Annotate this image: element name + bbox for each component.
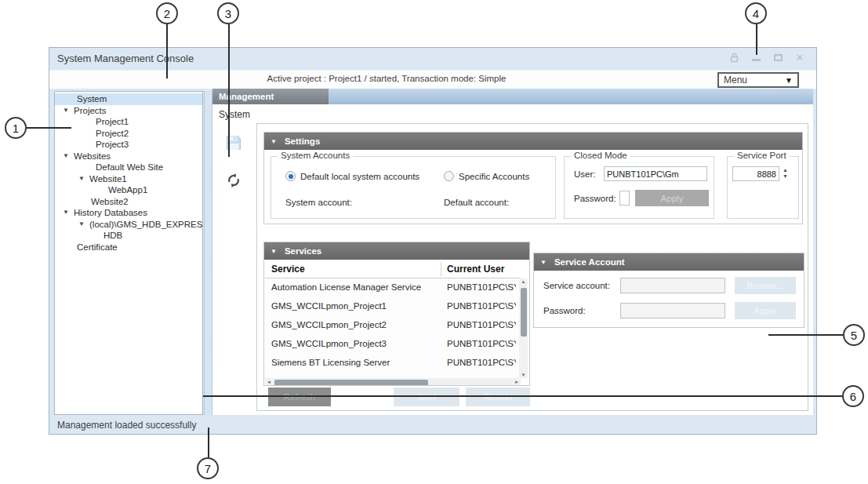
menu-dropdown[interactable]: Menu ▼ <box>717 72 799 88</box>
tree-item-default-web-site[interactable]: Default Web Site <box>55 162 202 173</box>
management-pane: Management System ▼Settings System Accou… <box>212 89 813 415</box>
collapse-icon: ▼ <box>271 248 277 255</box>
service-account-input[interactable] <box>620 278 725 293</box>
tree-item-websites[interactable]: ▼Websites <box>55 151 202 162</box>
table-row[interactable]: GMS_WCCILpmon_Project3PUNBT101PC\SYS <box>265 335 521 354</box>
tree-item-website2[interactable]: Website2 <box>55 196 202 208</box>
scrollbar-thumb[interactable] <box>274 380 428 386</box>
tree-item-project3[interactable]: Project3 <box>55 139 202 151</box>
chevron-down-icon: ▼ <box>785 76 793 85</box>
callout-line-1 <box>27 127 71 129</box>
table-row[interactable]: Automation License Manager ServicePUNBT1… <box>265 278 521 297</box>
menu-label: Menu <box>724 75 747 86</box>
scroll-down-icon[interactable]: ▼ <box>519 373 528 377</box>
service-account-password-label: Password: <box>543 306 586 315</box>
lock-icon[interactable] <box>728 52 739 63</box>
expander-icon[interactable]: ▼ <box>63 151 74 162</box>
user-label: User: <box>574 169 595 179</box>
callout-line-2 <box>166 24 168 78</box>
callout-line-5 <box>768 334 843 336</box>
service-account-apply-button[interactable]: Apply <box>735 302 796 319</box>
table-row[interactable]: Siemens BT Licensing ServerPUNBT101PC\SY… <box>265 354 521 373</box>
table-row[interactable]: GMS_WCCILpmon_Project2PUNBT101PC\SYS <box>265 316 521 335</box>
navigation-tree: System ▼Projects Project1 Project2 Proje… <box>54 91 203 415</box>
browse-button[interactable]: Browse... <box>735 277 796 294</box>
tree-item-hdb[interactable]: HDB <box>55 230 202 242</box>
closed-mode-group: Closed Mode User: Password: Apply <box>564 156 714 219</box>
service-account-panel: ▼Service Account Service account: Browse… <box>533 253 804 328</box>
expander-icon[interactable]: ▼ <box>78 173 89 185</box>
table-row[interactable]: Siemens GMS Closed Mode ServicePUNBT101P… <box>265 373 521 378</box>
tree-item-website1[interactable]: ▼Website1 <box>55 173 202 185</box>
tree-item-hdb-express[interactable]: ▼(local)\GMS_HDB_EXPRESS <box>55 219 202 231</box>
radio-off-icon[interactable] <box>444 171 454 181</box>
settings-panel: ▼Settings System Accounts Default local … <box>263 132 803 224</box>
active-project-text: Active project : Project1 / started, Tra… <box>49 74 724 83</box>
system-account-label: System account: <box>285 198 352 207</box>
tree-splitter[interactable] <box>204 91 212 415</box>
tree-item-webapp1[interactable]: WebApp1 <box>55 184 202 196</box>
tree-item-project1[interactable]: Project1 <box>55 116 202 128</box>
window-controls: ✕ <box>728 52 805 63</box>
radio-specific-accounts[interactable]: Specific Accounts <box>444 171 529 181</box>
expander-icon[interactable]: ▼ <box>78 219 89 231</box>
service-port-input[interactable] <box>732 166 779 181</box>
refresh-button[interactable]: Refresh <box>268 388 331 406</box>
services-table-header: Service Current User <box>265 260 521 278</box>
tab-management[interactable]: Management <box>212 89 329 104</box>
project-status-bar: Active project : Project1 / started, Tra… <box>49 70 816 89</box>
default-account-label: Default account: <box>444 198 509 207</box>
page-title: System <box>219 109 250 120</box>
collapse-icon: ▼ <box>271 138 277 145</box>
table-row[interactable]: GMS_WCCILpmon_Project1PUNBT101PC\SYS <box>265 297 521 316</box>
management-content: ▼Settings System Accounts Default local … <box>256 123 808 411</box>
services-header[interactable]: ▼Services <box>264 242 529 260</box>
tab-strip: Management <box>212 89 813 104</box>
spinner-up-icon[interactable]: ▲ <box>783 167 792 173</box>
services-table-body: Automation License Manager ServicePUNBT1… <box>265 278 521 378</box>
start-button[interactable]: Start <box>394 388 459 406</box>
service-account-password-input[interactable] <box>620 303 725 318</box>
title-bar[interactable]: System Management Console ✕ <box>49 48 816 70</box>
scroll-up-icon[interactable]: ▲ <box>519 279 528 284</box>
col-current-user[interactable]: Current User <box>447 264 504 275</box>
tree-item-system[interactable]: System <box>55 93 202 105</box>
service-account-label: Service account: <box>543 281 610 290</box>
callout-line-7 <box>208 428 209 457</box>
tree-item-projects[interactable]: ▼Projects <box>55 105 202 117</box>
spinner-down-icon[interactable]: ▼ <box>783 173 792 180</box>
vertical-scrollbar[interactable]: ▲ ▼ <box>519 278 528 378</box>
horizontal-scrollbar[interactable]: ◄ ► <box>265 378 521 386</box>
tree-item-certificate[interactable]: Certificate <box>55 242 202 253</box>
close-icon[interactable]: ✕ <box>794 52 805 63</box>
callout-line-4 <box>756 24 757 55</box>
service-account-header[interactable]: ▼Service Account <box>534 253 804 271</box>
scroll-left-icon[interactable]: ◄ <box>267 380 271 384</box>
closed-mode-user-input[interactable] <box>604 166 707 181</box>
closed-mode-apply-button[interactable]: Apply <box>635 190 709 206</box>
callout-4: 4 <box>745 2 767 24</box>
callout-3: 3 <box>217 2 239 24</box>
closed-mode-title: Closed Mode <box>571 151 630 160</box>
port-spinner[interactable]: ▲ ▼ <box>783 167 792 180</box>
settings-header[interactable]: ▼Settings <box>264 133 802 150</box>
tree-item-history-databases[interactable]: ▼History Databases <box>55 207 202 219</box>
expander-icon[interactable]: ▼ <box>63 207 74 219</box>
refresh-icon[interactable] <box>226 172 242 192</box>
system-accounts-group: System Accounts Default local system acc… <box>271 156 556 219</box>
restart-button[interactable]: Restart <box>466 388 530 406</box>
radio-on-icon[interactable] <box>285 171 296 181</box>
service-port-group: Service Port ▲ ▼ <box>727 156 799 219</box>
radio-default-accounts[interactable]: Default local system accounts <box>285 171 419 181</box>
callout-5: 5 <box>843 324 865 346</box>
service-port-title: Service Port <box>734 151 790 160</box>
col-service[interactable]: Service <box>271 264 305 275</box>
app-window: System Management Console ✕ Active proje… <box>49 47 817 435</box>
maximize-icon[interactable] <box>772 52 783 63</box>
expander-icon[interactable]: ▼ <box>63 105 74 117</box>
status-message: Management loaded successfully <box>57 420 196 431</box>
scroll-right-icon[interactable]: ► <box>514 380 519 384</box>
scrollbar-thumb[interactable] <box>521 288 527 337</box>
closed-mode-password-input[interactable] <box>619 191 630 206</box>
tree-item-project2[interactable]: Project2 <box>55 128 202 140</box>
